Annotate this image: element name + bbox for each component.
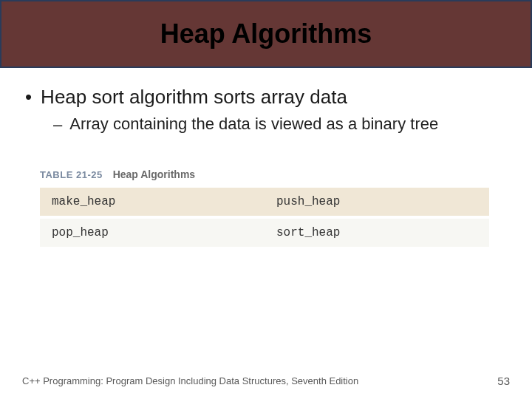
bullet-level-2: – Array containing the data is viewed as… — [53, 115, 507, 136]
table-row: make_heap push_heap — [40, 188, 489, 216]
table-wrap: TABLE 21-25 Heap Algorithms make_heap pu… — [40, 168, 492, 247]
bullet-l2-text: Array containing the data is viewed as a… — [69, 115, 438, 134]
page-number: 53 — [497, 375, 510, 387]
slide-title: Heap Algorithms — [160, 18, 372, 50]
bullet-level-1: • Heap sort algorithm sorts array data — [25, 86, 507, 109]
table-cell: make_heap — [40, 188, 265, 216]
bullet-l1-text: Heap sort algorithm sorts array data — [41, 86, 347, 109]
footer-text: C++ Programming: Program Design Includin… — [22, 375, 358, 386]
slide: Heap Algorithms • Heap sort algorithm so… — [0, 0, 532, 399]
table-row: pop_heap sort_heap — [40, 216, 489, 247]
table-cell: pop_heap — [40, 216, 265, 247]
table-title: Heap Algorithms — [113, 168, 196, 180]
table-cell: push_heap — [265, 188, 489, 216]
table-cell: sort_heap — [265, 216, 489, 247]
footer: C++ Programming: Program Design Includin… — [0, 366, 532, 399]
algorithms-table: make_heap push_heap pop_heap sort_heap — [40, 188, 489, 247]
table-caption: TABLE 21-25 Heap Algorithms — [40, 168, 492, 180]
bullet-dot-icon: • — [25, 86, 32, 109]
bullet-dash-icon: – — [53, 115, 62, 136]
title-bar: Heap Algorithms — [0, 0, 532, 68]
table-label: TABLE 21-25 — [40, 169, 103, 180]
content-area: • Heap sort algorithm sorts array data –… — [0, 68, 532, 247]
